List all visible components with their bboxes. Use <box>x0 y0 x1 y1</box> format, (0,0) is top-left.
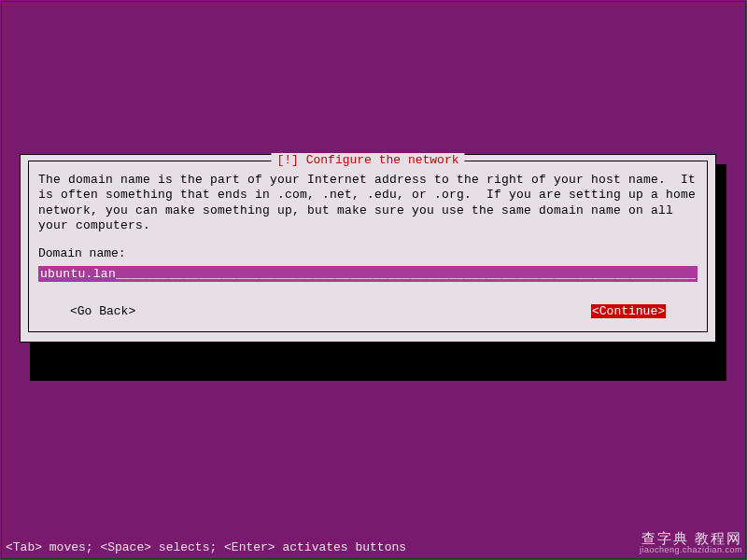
dialog-description: The domain name is the part of your Inte… <box>38 173 698 233</box>
dialog-title: [!] Configure the network <box>271 153 464 167</box>
dialog-button-row: <Go Back> <Continue> <box>38 304 698 318</box>
watermark: 查字典 教程网 jiaocheng.chazidian.com <box>621 531 742 555</box>
watermark-line1: 查字典 教程网 <box>621 531 742 547</box>
status-bar-hint: <Tab> moves; <Space> selects; <Enter> ac… <box>6 540 406 554</box>
go-back-button[interactable]: <Go Back> <box>70 304 135 318</box>
configure-network-dialog: [!] Configure the network The domain nam… <box>20 154 716 343</box>
dialog-body: [!] Configure the network The domain nam… <box>28 161 708 332</box>
domain-name-label: Domain name: <box>38 246 698 260</box>
watermark-line2: jiaocheng.chazidian.com <box>621 546 742 555</box>
continue-button[interactable]: <Continue> <box>591 304 666 318</box>
domain-name-input[interactable] <box>38 266 698 282</box>
